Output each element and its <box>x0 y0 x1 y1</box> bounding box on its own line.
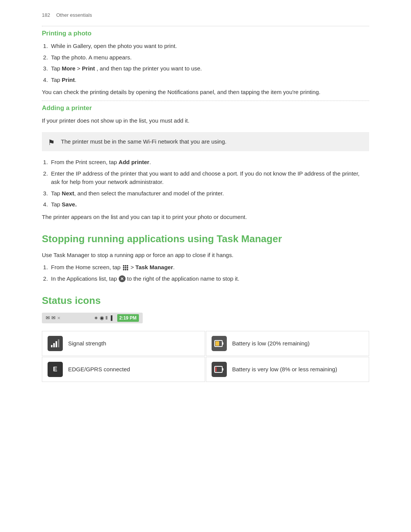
status-bar-icons: ✉ ✉ ✕ ∗ ◉ Ⅱ ▐ <box>46 314 113 322</box>
note-box: ⚑ The printer must be in the same Wi-Fi … <box>42 132 369 152</box>
status-icons-section: Status icons ✉ ✉ ✕ ∗ ◉ Ⅱ ▐ 2:19 PM <box>42 294 369 382</box>
status-time: 2:19 PM <box>117 314 139 322</box>
flag-icon: ⚑ <box>48 137 55 148</box>
battery-icon: ▐ <box>109 315 113 321</box>
step3-print: Print <box>82 65 95 72</box>
battery-low-label: Battery is low (20% remaining) <box>232 339 309 348</box>
x-circle-icon: ✕ <box>119 275 126 282</box>
svg-rect-9 <box>215 367 217 372</box>
task-manager-title: Stopping running applications using Task… <box>42 233 369 246</box>
signal-strength-icon-box <box>48 336 63 351</box>
signal-bars-svg <box>51 339 60 348</box>
battery-vlow-cell: Battery is very low (8% or less remainin… <box>206 357 369 382</box>
task-manager-bold: Task Manager <box>135 264 173 270</box>
svg-rect-5 <box>222 342 223 345</box>
step3-more: More <box>62 65 75 72</box>
missed-call-icon: ✕ <box>57 315 61 321</box>
status-icons-title: Status icons <box>42 294 369 307</box>
printing-section: Printing a photo While in Gallery, open … <box>42 26 369 97</box>
svg-rect-6 <box>215 341 219 346</box>
wifi-icon: ◉ <box>100 314 104 322</box>
next-bold: Next <box>62 190 74 197</box>
signal-strength-cell: Signal strength <box>42 331 205 356</box>
edge-icon-box: E <box>48 362 63 377</box>
status-icon-grid: Signal strength Battery is low (20% rema… <box>42 331 369 382</box>
adding-printer-intro: If your printer does not show up in the … <box>42 117 369 125</box>
adding-printer-title: Adding a printer <box>42 103 369 113</box>
note-box-text: The printer must be in the same Wi-Fi ne… <box>61 138 226 145</box>
edge-cell: E EDGE/GPRS connected <box>42 357 205 382</box>
page-header: 182 Other essentials <box>42 11 369 19</box>
edge-letter: E <box>53 364 57 374</box>
status-bar: ✉ ✉ ✕ ∗ ◉ Ⅱ ▐ 2:19 PM <box>42 313 143 323</box>
bluetooth-icon: ∗ <box>94 314 98 322</box>
page-chapter: Other essentials <box>56 11 92 19</box>
battery-low-icon-box <box>212 336 227 351</box>
task-manager-section: Stopping running applications using Task… <box>42 233 369 283</box>
printing-section-title: Printing a photo <box>42 29 369 38</box>
grid-dots-icon <box>122 264 131 270</box>
add-printer-bold: Add printer <box>119 159 150 165</box>
adding-step-3: Tap Next, and then select the manufactur… <box>49 189 369 198</box>
printing-steps: While in Gallery, open the photo you wan… <box>49 42 369 84</box>
battery-vlow-label: Battery is very low (8% or less remainin… <box>232 365 337 374</box>
svg-rect-1 <box>53 343 55 347</box>
printing-step-1: While in Gallery, open the photo you wan… <box>49 42 369 51</box>
printing-note: You can check the printing details by op… <box>42 88 369 97</box>
adding-step-2: Enter the IP address of the printer that… <box>49 169 369 187</box>
printing-step-3: Tap More > Print , and then tap the prin… <box>49 64 369 73</box>
task-step-1: From the Home screen, tap > Task Manager… <box>49 263 369 272</box>
adding-printer-steps: From the Print screen, tap Add printer. … <box>49 158 369 209</box>
task-manager-intro: Use Task Manager to stop a running app o… <box>42 251 369 260</box>
svg-rect-8 <box>222 368 223 371</box>
adding-step-4: Tap Save. <box>49 200 369 209</box>
adding-printer-closing: The printer appears on the list and you … <box>42 213 369 222</box>
printing-step-2: Tap the photo. A menu appears. <box>49 53 369 62</box>
battery-vlow-svg <box>214 365 224 374</box>
adding-printer-divider <box>42 101 369 101</box>
battery-low-cell: Battery is low (20% remaining) <box>206 331 369 356</box>
printing-step-4: Tap Print. <box>49 76 369 85</box>
svg-rect-2 <box>56 341 57 347</box>
adding-step-1: From the Print screen, tap Add printer. <box>49 158 369 167</box>
section-divider <box>42 26 369 26</box>
step4-print: Print <box>62 77 75 83</box>
email-icon: ✉ <box>51 314 56 322</box>
page-number: 182 <box>42 11 50 19</box>
signal-icon: Ⅱ <box>105 315 108 321</box>
edge-label: EDGE/GPRS connected <box>68 365 130 374</box>
save-bold: Save. <box>62 201 76 208</box>
task-manager-steps: From the Home screen, tap > Task Manager… <box>49 263 369 283</box>
sms-icon: ✉ <box>46 314 50 322</box>
battery-vlow-icon-box <box>212 362 227 377</box>
task-step-2: In the Applications list, tap ✕ to the r… <box>49 275 369 283</box>
battery-low-svg <box>214 339 224 348</box>
signal-strength-label: Signal strength <box>68 339 106 348</box>
adding-printer-section: Adding a printer If your printer does no… <box>42 101 369 222</box>
svg-rect-3 <box>58 339 59 347</box>
svg-rect-0 <box>51 345 53 347</box>
